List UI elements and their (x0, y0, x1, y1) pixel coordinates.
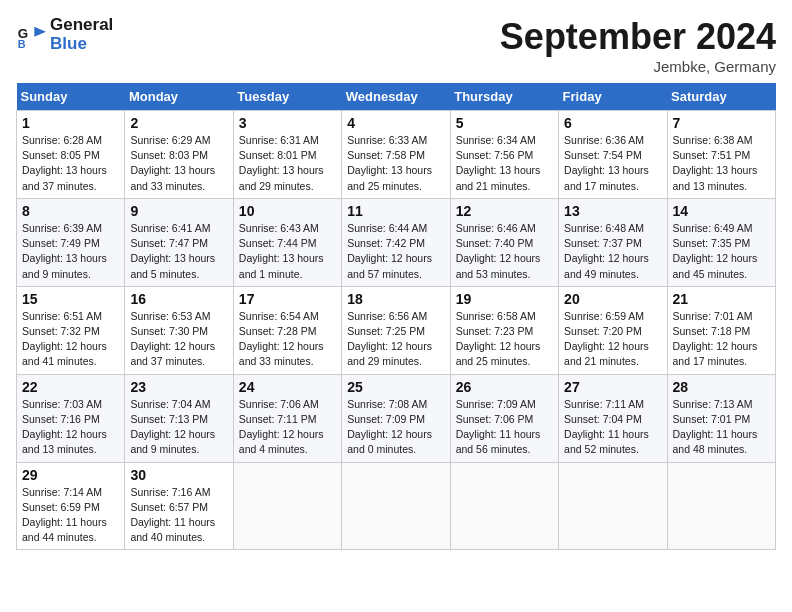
calendar-subtitle: Jembke, Germany (500, 58, 776, 75)
calendar-cell: 12Sunrise: 6:46 AMSunset: 7:40 PMDayligh… (450, 198, 558, 286)
calendar-cell (450, 462, 558, 550)
day-info: Sunrise: 7:03 AMSunset: 7:16 PMDaylight:… (22, 397, 119, 458)
day-info: Sunrise: 6:39 AMSunset: 7:49 PMDaylight:… (22, 221, 119, 282)
calendar-cell: 5Sunrise: 6:34 AMSunset: 7:56 PMDaylight… (450, 111, 558, 199)
day-info: Sunrise: 6:53 AMSunset: 7:30 PMDaylight:… (130, 309, 227, 370)
calendar-cell: 13Sunrise: 6:48 AMSunset: 7:37 PMDayligh… (559, 198, 667, 286)
calendar-cell: 22Sunrise: 7:03 AMSunset: 7:16 PMDayligh… (17, 374, 125, 462)
weekday-header-row: SundayMondayTuesdayWednesdayThursdayFrid… (17, 83, 776, 111)
calendar-cell: 30Sunrise: 7:16 AMSunset: 6:57 PMDayligh… (125, 462, 233, 550)
calendar-cell (667, 462, 775, 550)
calendar-cell: 4Sunrise: 6:33 AMSunset: 7:58 PMDaylight… (342, 111, 450, 199)
day-info: Sunrise: 6:43 AMSunset: 7:44 PMDaylight:… (239, 221, 336, 282)
day-info: Sunrise: 6:58 AMSunset: 7:23 PMDaylight:… (456, 309, 553, 370)
weekday-header-tuesday: Tuesday (233, 83, 341, 111)
day-info: Sunrise: 6:29 AMSunset: 8:03 PMDaylight:… (130, 133, 227, 194)
calendar-week-row: 22Sunrise: 7:03 AMSunset: 7:16 PMDayligh… (17, 374, 776, 462)
day-info: Sunrise: 7:13 AMSunset: 7:01 PMDaylight:… (673, 397, 770, 458)
calendar-cell: 9Sunrise: 6:41 AMSunset: 7:47 PMDaylight… (125, 198, 233, 286)
calendar-cell: 7Sunrise: 6:38 AMSunset: 7:51 PMDaylight… (667, 111, 775, 199)
calendar-cell: 1Sunrise: 6:28 AMSunset: 8:05 PMDaylight… (17, 111, 125, 199)
logo: G B General Blue (16, 16, 113, 53)
day-info: Sunrise: 6:49 AMSunset: 7:35 PMDaylight:… (673, 221, 770, 282)
calendar-title: September 2024 (500, 16, 776, 58)
day-info: Sunrise: 6:54 AMSunset: 7:28 PMDaylight:… (239, 309, 336, 370)
weekday-header-sunday: Sunday (17, 83, 125, 111)
day-number: 6 (564, 115, 661, 131)
day-info: Sunrise: 6:33 AMSunset: 7:58 PMDaylight:… (347, 133, 444, 194)
day-info: Sunrise: 7:01 AMSunset: 7:18 PMDaylight:… (673, 309, 770, 370)
svg-text:B: B (18, 38, 26, 50)
weekday-header-wednesday: Wednesday (342, 83, 450, 111)
calendar-week-row: 8Sunrise: 6:39 AMSunset: 7:49 PMDaylight… (17, 198, 776, 286)
day-number: 17 (239, 291, 336, 307)
calendar-cell: 18Sunrise: 6:56 AMSunset: 7:25 PMDayligh… (342, 286, 450, 374)
calendar-cell: 24Sunrise: 7:06 AMSunset: 7:11 PMDayligh… (233, 374, 341, 462)
logo-name-line1: General (50, 16, 113, 35)
day-info: Sunrise: 6:31 AMSunset: 8:01 PMDaylight:… (239, 133, 336, 194)
weekday-header-thursday: Thursday (450, 83, 558, 111)
calendar-cell: 17Sunrise: 6:54 AMSunset: 7:28 PMDayligh… (233, 286, 341, 374)
calendar-cell (233, 462, 341, 550)
calendar-table: SundayMondayTuesdayWednesdayThursdayFrid… (16, 83, 776, 550)
day-number: 21 (673, 291, 770, 307)
calendar-cell: 26Sunrise: 7:09 AMSunset: 7:06 PMDayligh… (450, 374, 558, 462)
page-header: G B General Blue September 2024 Jembke, … (16, 16, 776, 75)
calendar-cell (559, 462, 667, 550)
day-info: Sunrise: 7:09 AMSunset: 7:06 PMDaylight:… (456, 397, 553, 458)
day-number: 13 (564, 203, 661, 219)
day-info: Sunrise: 7:16 AMSunset: 6:57 PMDaylight:… (130, 485, 227, 546)
day-number: 1 (22, 115, 119, 131)
day-number: 10 (239, 203, 336, 219)
day-info: Sunrise: 6:46 AMSunset: 7:40 PMDaylight:… (456, 221, 553, 282)
day-number: 11 (347, 203, 444, 219)
calendar-cell: 14Sunrise: 6:49 AMSunset: 7:35 PMDayligh… (667, 198, 775, 286)
calendar-cell: 23Sunrise: 7:04 AMSunset: 7:13 PMDayligh… (125, 374, 233, 462)
day-number: 22 (22, 379, 119, 395)
day-info: Sunrise: 7:08 AMSunset: 7:09 PMDaylight:… (347, 397, 444, 458)
day-number: 8 (22, 203, 119, 219)
day-number: 5 (456, 115, 553, 131)
calendar-cell: 10Sunrise: 6:43 AMSunset: 7:44 PMDayligh… (233, 198, 341, 286)
day-number: 26 (456, 379, 553, 395)
day-number: 24 (239, 379, 336, 395)
day-info: Sunrise: 7:11 AMSunset: 7:04 PMDaylight:… (564, 397, 661, 458)
logo-name-line2: Blue (50, 35, 113, 54)
calendar-cell: 28Sunrise: 7:13 AMSunset: 7:01 PMDayligh… (667, 374, 775, 462)
calendar-cell: 19Sunrise: 6:58 AMSunset: 7:23 PMDayligh… (450, 286, 558, 374)
calendar-week-row: 29Sunrise: 7:14 AMSunset: 6:59 PMDayligh… (17, 462, 776, 550)
day-info: Sunrise: 6:44 AMSunset: 7:42 PMDaylight:… (347, 221, 444, 282)
day-number: 23 (130, 379, 227, 395)
calendar-week-row: 15Sunrise: 6:51 AMSunset: 7:32 PMDayligh… (17, 286, 776, 374)
day-number: 4 (347, 115, 444, 131)
day-number: 15 (22, 291, 119, 307)
day-number: 9 (130, 203, 227, 219)
calendar-week-row: 1Sunrise: 6:28 AMSunset: 8:05 PMDaylight… (17, 111, 776, 199)
day-number: 28 (673, 379, 770, 395)
calendar-cell: 16Sunrise: 6:53 AMSunset: 7:30 PMDayligh… (125, 286, 233, 374)
day-number: 3 (239, 115, 336, 131)
day-info: Sunrise: 6:36 AMSunset: 7:54 PMDaylight:… (564, 133, 661, 194)
day-info: Sunrise: 7:06 AMSunset: 7:11 PMDaylight:… (239, 397, 336, 458)
day-info: Sunrise: 7:14 AMSunset: 6:59 PMDaylight:… (22, 485, 119, 546)
logo-icon: G B (16, 20, 46, 50)
day-number: 18 (347, 291, 444, 307)
calendar-cell: 8Sunrise: 6:39 AMSunset: 7:49 PMDaylight… (17, 198, 125, 286)
day-number: 27 (564, 379, 661, 395)
day-number: 16 (130, 291, 227, 307)
calendar-cell: 2Sunrise: 6:29 AMSunset: 8:03 PMDaylight… (125, 111, 233, 199)
calendar-cell: 29Sunrise: 7:14 AMSunset: 6:59 PMDayligh… (17, 462, 125, 550)
day-number: 2 (130, 115, 227, 131)
calendar-cell: 20Sunrise: 6:59 AMSunset: 7:20 PMDayligh… (559, 286, 667, 374)
day-number: 19 (456, 291, 553, 307)
calendar-cell: 6Sunrise: 6:36 AMSunset: 7:54 PMDaylight… (559, 111, 667, 199)
calendar-cell: 11Sunrise: 6:44 AMSunset: 7:42 PMDayligh… (342, 198, 450, 286)
calendar-body: 1Sunrise: 6:28 AMSunset: 8:05 PMDaylight… (17, 111, 776, 550)
calendar-cell: 21Sunrise: 7:01 AMSunset: 7:18 PMDayligh… (667, 286, 775, 374)
day-number: 12 (456, 203, 553, 219)
calendar-cell: 25Sunrise: 7:08 AMSunset: 7:09 PMDayligh… (342, 374, 450, 462)
day-info: Sunrise: 6:48 AMSunset: 7:37 PMDaylight:… (564, 221, 661, 282)
day-number: 30 (130, 467, 227, 483)
weekday-header-saturday: Saturday (667, 83, 775, 111)
calendar-cell (342, 462, 450, 550)
